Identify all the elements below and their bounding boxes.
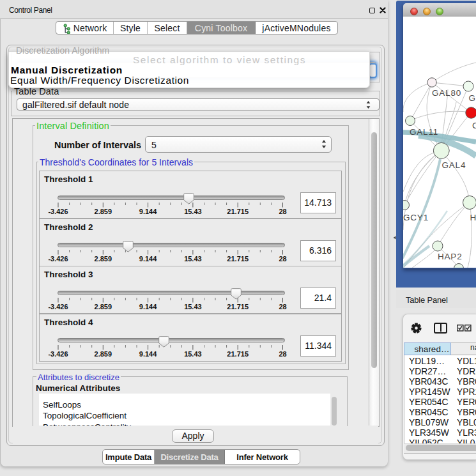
svg-text:GAL11: GAL11: [410, 127, 438, 137]
svg-text:GAL4: GAL4: [442, 160, 466, 170]
svg-text:C: C: [472, 121, 476, 130]
svg-text:G.: G.: [469, 93, 476, 103]
svg-text:GCY1: GCY1: [403, 213, 429, 222]
svg-text:GAL80: GAL80: [432, 88, 461, 98]
svg-text:HAP2: HAP2: [438, 252, 462, 261]
svg-text:H: H: [470, 213, 476, 222]
